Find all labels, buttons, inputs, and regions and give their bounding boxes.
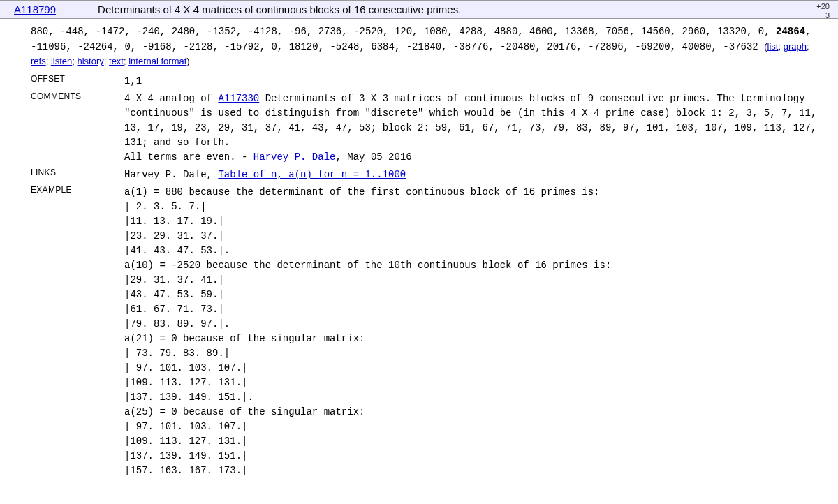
comments-row: COMMENTS 4 X 4 analog of A117330 Determi… xyxy=(31,90,824,166)
example-row: EXAMPLE a(1) = 880 because the determina… xyxy=(31,184,824,480)
example-line: |79. 83. 89. 97.|. xyxy=(124,317,824,332)
example-line: | 2. 3. 5. 7.| xyxy=(124,200,824,214)
vote-plus[interactable]: +20 xyxy=(816,2,830,11)
link-history[interactable]: history xyxy=(78,56,104,66)
example-line: |157. 163. 167. 173.| xyxy=(124,464,824,478)
link-list[interactable]: list xyxy=(767,41,779,52)
link-refs[interactable]: refs xyxy=(31,56,46,66)
sequence-id-link[interactable]: A118799 xyxy=(14,3,56,15)
example-line: |23. 29. 31. 37.| xyxy=(124,229,824,244)
link-listen[interactable]: listen xyxy=(51,56,72,66)
bfile-link[interactable]: Table of n, a(n) for n = 1..1000 xyxy=(218,169,406,180)
sections-table: OFFSET 1,1 COMMENTS 4 X 4 analog of A117… xyxy=(31,73,824,480)
example-line: |137. 139. 149. 151.| xyxy=(124,449,824,464)
example-line: a(10) = -2520 because the determinant of… xyxy=(124,258,824,273)
offset-row: OFFSET 1,1 xyxy=(31,73,824,90)
ref-A117330[interactable]: A117330 xyxy=(218,93,259,104)
example-line: | 97. 101. 103. 107.| xyxy=(124,361,824,376)
links-label: LINKS xyxy=(31,166,124,184)
comments-label: COMMENTS xyxy=(31,90,124,166)
example-label: EXAMPLE xyxy=(31,184,124,480)
example-line: |43. 47. 53. 59.| xyxy=(124,288,824,302)
example-line: | 73. 79. 83. 89.| xyxy=(124,346,824,361)
content-area: 880, -448, -1472, -240, 2480, -1352, -41… xyxy=(0,19,838,485)
links-body: Harvey P. Dale, Table of n, a(n) for n =… xyxy=(124,166,824,184)
sequence-title: Determinants of 4 X 4 matrices of contin… xyxy=(98,3,831,15)
link-graph[interactable]: graph xyxy=(784,41,807,52)
links-row: LINKS Harvey P. Dale, Table of n, a(n) f… xyxy=(31,166,824,184)
seq-part1: 880, -448, -1472, -240, 2480, -1352, -41… xyxy=(31,26,776,37)
offset-label: OFFSET xyxy=(31,73,124,90)
vote-count: 3 xyxy=(816,11,830,20)
example-line: |11. 13. 17. 19.| xyxy=(124,214,824,229)
comments-body: 4 X 4 analog of A117330 Determinants of … xyxy=(124,90,824,166)
example-line: |41. 43. 47. 53.|. xyxy=(124,244,824,258)
link-text[interactable]: text xyxy=(109,56,124,66)
example-line: |137. 139. 149. 151.|. xyxy=(124,390,824,405)
author-link[interactable]: Harvey P. Dale xyxy=(253,151,336,163)
example-line: a(21) = 0 because of the singular matrix… xyxy=(124,332,824,346)
example-line: | 97. 101. 103. 107.| xyxy=(124,420,824,434)
offset-value: 1,1 xyxy=(124,73,824,90)
example-line: |61. 67. 71. 73.| xyxy=(124,302,824,317)
example-body: a(1) = 880 because the determinant of th… xyxy=(124,184,824,480)
example-line: |109. 113. 127. 131.| xyxy=(124,376,824,390)
example-line: a(1) = 880 because the determinant of th… xyxy=(124,185,824,200)
example-line: |29. 31. 37. 41.| xyxy=(124,273,824,288)
example-line: a(25) = 0 because of the singular matrix… xyxy=(124,405,824,420)
link-internal-format[interactable]: internal format xyxy=(128,56,186,66)
sequence-header: A118799 Determinants of 4 X 4 matrices o… xyxy=(0,0,838,19)
sequence-terms: 880, -448, -1472, -240, 2480, -1352, -41… xyxy=(31,24,824,70)
seq-bold-term: 24864 xyxy=(776,26,805,37)
example-line: |109. 113. 127. 131.| xyxy=(124,434,824,449)
vote-box: +20 3 xyxy=(816,2,830,20)
